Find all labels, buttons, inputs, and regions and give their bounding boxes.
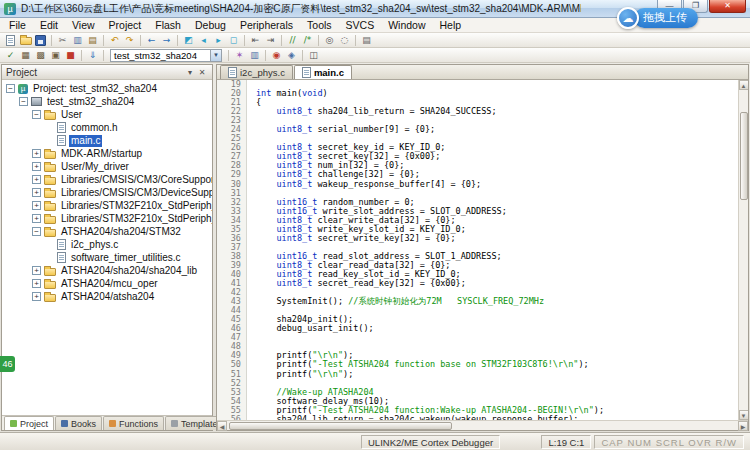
build-target-button[interactable]: ▦ <box>18 49 33 62</box>
menu-peripherals[interactable]: Peripherals <box>233 18 300 33</box>
bookmark-toggle-button[interactable]: ◩ <box>181 34 196 47</box>
bookmark-clear-all-button[interactable]: ◻ <box>226 34 241 47</box>
bookmark-next-button[interactable]: ▸ <box>211 34 226 47</box>
code-editor[interactable]: 1920int main(void)21{22 uint8_t sha204_l… <box>217 80 738 420</box>
print-button[interactable]: ▤ <box>359 34 374 47</box>
tree-item-main-c[interactable]: main.c <box>2 134 212 147</box>
comment-selection-button[interactable]: // <box>285 34 300 47</box>
tree-item-mdk-arm-startup[interactable]: +MDK-ARM/startup <box>2 147 212 160</box>
panel-tab-functions[interactable]: Functions <box>103 416 164 430</box>
target-select[interactable]: test_stm32_sha204▼ <box>110 49 222 62</box>
tree-item-atsha204-sha204-sha204-lib[interactable]: +ATSHA204/sha204/sha204_lib <box>2 264 212 277</box>
scroll-left-icon[interactable]: ◀ <box>217 421 227 431</box>
horizontal-scrollbar[interactable]: ◀ ▶ <box>217 420 748 430</box>
expand-icon[interactable]: + <box>32 279 41 288</box>
unindent-button[interactable]: ⇤ <box>248 34 263 47</box>
redo-button[interactable]: ↷ <box>122 34 137 47</box>
tree-item-software-timer-utilities-c[interactable]: software_timer_utilities.c <box>2 251 212 264</box>
document-tab-i2c-phys-c[interactable]: i2c_phys.c <box>220 65 293 79</box>
indent-button[interactable]: ⇥ <box>263 34 278 47</box>
paste-button[interactable]: ▤ <box>85 34 100 47</box>
drag-upload-button[interactable]: 拖拽上传 <box>634 8 698 28</box>
tree-item-user-my-driver[interactable]: +User/My_driver <box>2 160 212 173</box>
tree-item-user[interactable]: −User <box>2 108 212 121</box>
debug-session-button[interactable]: ◈ <box>284 49 299 62</box>
tree-item-project-test-stm32-sha204[interactable]: −µProject: test_stm32_sha204 <box>2 82 212 95</box>
tree-item-test-stm32-sha204[interactable]: −test_stm32_sha204 <box>2 95 212 108</box>
tree-item-libraries-stm32f210x-stdperiph-driver[interactable]: +Libraries/STM32F210x_StdPeriph_Driver <box>2 212 212 225</box>
close-button[interactable]: ✕ <box>709 0 746 13</box>
download-to-flash-button[interactable]: ⇓ <box>85 49 100 62</box>
manage-project-items-button[interactable]: ▥ <box>247 49 262 62</box>
uncomment-selection-button[interactable]: /* <box>300 34 315 47</box>
find-button[interactable]: ◌ <box>337 34 352 47</box>
menu-edit[interactable]: Edit <box>33 18 65 33</box>
scroll-down-icon[interactable]: ▼ <box>739 410 749 420</box>
collapse-icon[interactable]: − <box>32 110 41 119</box>
menu-project[interactable]: Project <box>102 18 149 33</box>
expand-icon[interactable]: + <box>32 266 41 275</box>
horizontal-scroll-thumb[interactable] <box>229 422 452 430</box>
scroll-right-icon[interactable]: ▶ <box>738 421 748 431</box>
menu-file[interactable]: File <box>2 18 33 33</box>
expand-icon[interactable]: + <box>32 201 41 210</box>
batch-build-button[interactable]: ▣ <box>48 49 63 62</box>
batch-build-icon: ▣ <box>51 51 60 60</box>
collapse-icon[interactable]: − <box>6 84 15 93</box>
target-options-button[interactable]: ✶ <box>232 49 247 62</box>
expand-icon[interactable]: + <box>32 292 41 301</box>
bookmark-toggle-icon: ◩ <box>184 36 193 45</box>
panel-close-icon[interactable]: ✕ <box>196 68 208 77</box>
panel-tab-books[interactable]: Books <box>55 416 102 430</box>
menu-help[interactable]: Help <box>433 18 469 33</box>
translate-file-button[interactable]: ✓ <box>3 49 18 62</box>
expand-icon[interactable]: + <box>32 162 41 171</box>
menu-tools[interactable]: Tools <box>300 18 339 33</box>
expand-icon[interactable]: + <box>32 149 41 158</box>
bookmark-previous-button[interactable]: ◂ <box>196 34 211 47</box>
expand-icon[interactable]: + <box>32 188 41 197</box>
undo-button[interactable]: ↶ <box>107 34 122 47</box>
find-in-files-button[interactable]: ◎ <box>322 34 337 47</box>
menu-flash[interactable]: Flash <box>148 18 188 33</box>
menu-view[interactable]: View <box>65 18 102 33</box>
window-layout-button[interactable]: ◫ <box>306 49 321 62</box>
tree-item-atsha204-atsha204[interactable]: +ATSHA204/atsha204 <box>2 290 212 303</box>
document-tab-main-c[interactable]: main.c <box>294 65 352 79</box>
expand-icon[interactable]: + <box>32 214 41 223</box>
code-segment: main( <box>271 88 302 98</box>
rebuild-all-button[interactable]: ▩ <box>33 49 48 62</box>
stop-build-button[interactable]: ■ <box>63 49 78 62</box>
tree-item-common-h[interactable]: common.h <box>2 121 212 134</box>
copy-button[interactable]: ▥ <box>70 34 85 47</box>
expand-icon[interactable]: + <box>32 175 41 184</box>
save-button[interactable] <box>33 34 48 47</box>
tree-item-libraries-cmsis-cm3-devicesupport[interactable]: +Libraries/CMSIS/CM3/DeviceSupport <box>2 186 212 199</box>
line-text <box>247 134 256 143</box>
navigate-back-button[interactable]: ← <box>144 34 159 47</box>
tree-item-atsha204-mcu-oper[interactable]: +ATSHA204/mcu_oper <box>2 277 212 290</box>
file-icon <box>302 67 311 78</box>
panel-tab-project[interactable]: Project <box>4 416 54 430</box>
new-file-button[interactable] <box>3 34 18 47</box>
tree-item-atsha204-sha204-stm32[interactable]: −ATSHA204/sha204/STM32 <box>2 225 212 238</box>
cut-button[interactable]: ✂ <box>55 34 70 47</box>
tree-item-libraries-cmsis-cm3-coresupport[interactable]: +Libraries/CMSIS/CM3/CoreSupport <box>2 173 212 186</box>
panel-menu-icon[interactable]: ▾ <box>184 68 196 77</box>
cloud-upload-overlay[interactable]: ☁ 拖拽上传 <box>617 7 698 29</box>
menu-svcs[interactable]: SVCS <box>339 18 382 33</box>
vertical-scrollbar[interactable]: ▲ ▼ <box>738 80 748 420</box>
tree-item-i2c-phys-c[interactable]: i2c_phys.c <box>2 238 212 251</box>
tree-item-libraries-stm32f210x-stdperiph-config[interactable]: +Libraries/STM32F210x_StdPeriph_Config <box>2 199 212 212</box>
collapse-icon[interactable]: − <box>32 227 41 236</box>
start-stop-debug-button[interactable]: ◉ <box>269 49 284 62</box>
vertical-scroll-thumb[interactable] <box>740 112 748 200</box>
unindent-icon: ⇤ <box>252 36 260 45</box>
scroll-up-icon[interactable]: ▲ <box>739 80 749 90</box>
menu-debug[interactable]: Debug <box>188 18 233 33</box>
open-folder-button[interactable] <box>18 34 33 47</box>
tree-item-label: test_stm32_sha204 <box>45 96 136 108</box>
navigate-forward-button[interactable]: → <box>159 34 174 47</box>
menu-window[interactable]: Window <box>381 18 432 33</box>
collapse-icon[interactable]: − <box>19 97 28 106</box>
